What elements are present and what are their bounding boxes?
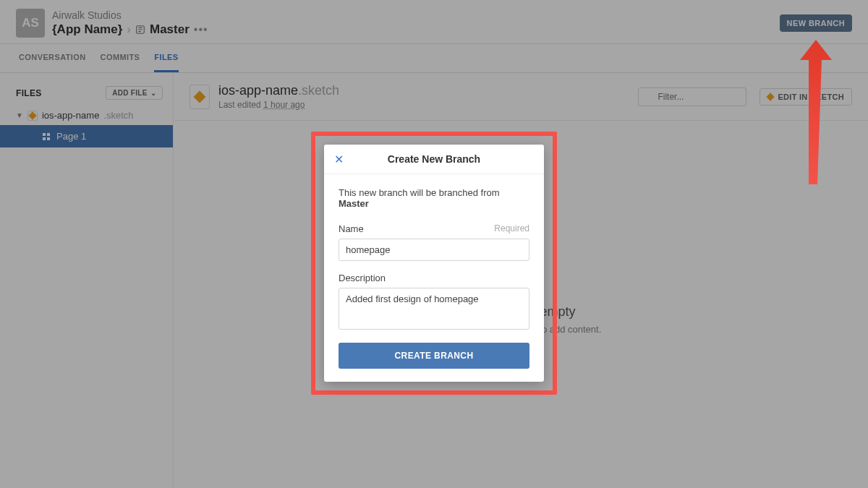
create-branch-button[interactable]: CREATE BRANCH — [339, 343, 529, 369]
modal-description: This new branch will be branched from Ma… — [339, 187, 529, 209]
close-icon[interactable]: ✕ — [334, 153, 344, 166]
description-label-row: Description — [339, 273, 529, 283]
modal-header: ✕ Create New Branch — [324, 145, 544, 174]
create-branch-modal: ✕ Create New Branch This new branch will… — [324, 145, 544, 382]
modal-title: Create New Branch — [336, 153, 532, 165]
modal-desc-branch: Master — [339, 198, 369, 209]
branch-name-input[interactable] — [339, 239, 529, 261]
name-label-row: Name Required — [339, 223, 529, 234]
modal-highlight: ✕ Create New Branch This new branch will… — [311, 132, 557, 395]
branch-description-input[interactable] — [339, 288, 529, 330]
modal-desc-prefix: This new branch will be branched from — [339, 187, 500, 198]
required-label: Required — [494, 223, 529, 234]
modal-body: This new branch will be branched from Ma… — [324, 174, 544, 382]
name-label: Name — [339, 223, 364, 234]
description-label: Description — [339, 273, 386, 283]
